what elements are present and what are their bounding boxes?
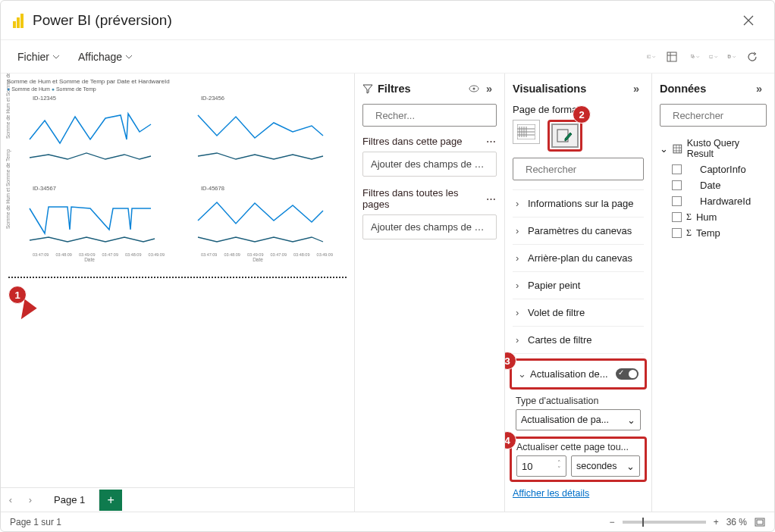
svg-rect-1 — [648, 55, 648, 57]
close-button[interactable] — [735, 7, 762, 34]
annotation-callout-4: 4 — [505, 431, 516, 449]
chart-facet: ID-45678 03:47:0903:48:0903:49:0903:47:0… — [175, 185, 340, 272]
accordion-canvas-settings[interactable]: ›Paramètres du canevas — [513, 217, 644, 245]
refresh-interval-input[interactable]: 10 ˄˅ — [516, 455, 566, 477]
share-button[interactable] — [709, 53, 718, 61]
refresh-type-select[interactable]: Actualisation de pa... ⌄ — [516, 409, 641, 430]
checkbox[interactable] — [672, 228, 682, 238]
app-title: Power BI (préversion) — [33, 12, 172, 29]
filters-search-input[interactable] — [375, 110, 503, 121]
title-bar: Power BI (préversion) — [1, 1, 774, 40]
svg-point-9 — [473, 88, 475, 90]
accordion-wallpaper[interactable]: ›Papier peint — [513, 272, 644, 299]
svg-rect-24 — [757, 520, 763, 524]
field-row[interactable]: HardwareId — [660, 193, 767, 209]
checkbox[interactable] — [672, 212, 682, 222]
menu-bar: Fichier Affichage — [1, 40, 774, 74]
tab-next-button[interactable]: › — [20, 490, 40, 511]
chart-facet: ID-34567 Somme de Hum et Somme de Temp 0… — [7, 185, 172, 272]
data-search-input[interactable] — [673, 110, 774, 121]
filters-all-dropzone[interactable]: Ajouter des champs de do... — [362, 214, 497, 239]
zoom-slider[interactable] — [623, 521, 706, 524]
table-icon — [673, 144, 682, 154]
chevron-down-icon — [125, 53, 133, 61]
field-row[interactable]: ΣTemp — [660, 225, 767, 241]
page-tab-1[interactable]: Page 1 — [40, 490, 99, 511]
filters-search[interactable] — [362, 104, 497, 127]
page-tabs: ‹ › Page 1 + — [1, 487, 354, 512]
zoom-out-button[interactable]: − — [610, 517, 615, 527]
chevron-down-icon: ⌄ — [518, 368, 526, 380]
annotation-callout-1: 1 — [8, 286, 27, 304]
chevron-down-icon: ⌄ — [660, 143, 668, 155]
chevron-down-icon — [52, 53, 60, 61]
canvas-empty[interactable]: 1 — [1, 278, 354, 487]
data-search[interactable] — [660, 104, 767, 127]
filters-collapse-button[interactable]: » — [482, 81, 497, 96]
zoom-in-button[interactable]: + — [714, 517, 719, 527]
show-details-link[interactable]: Afficher les détails — [513, 488, 644, 499]
data-collapse-button[interactable]: » — [751, 81, 767, 96]
accordion-page-refresh[interactable]: ⌄ Actualisation de... — [512, 361, 645, 387]
fit-to-page-button[interactable] — [755, 517, 765, 527]
accordion-page-info[interactable]: ›Informations sur la page — [513, 189, 644, 217]
data-button[interactable] — [662, 47, 682, 67]
content-area: Somme de Hum et Somme de Temp par Date e… — [1, 74, 774, 512]
filters-visibility-button[interactable] — [466, 81, 482, 96]
filters-section-all-label: Filtres dans toutes les pages — [362, 187, 486, 210]
refresh-interval-label: Actualiser cette page tou... — [516, 442, 640, 452]
file-menu-label: Fichier — [17, 51, 49, 63]
visualizations-title: Visualisations — [513, 83, 586, 95]
filters-title: Filtres — [378, 83, 411, 95]
report-canvas-column: Somme de Hum et Somme de Temp par Date e… — [1, 74, 354, 512]
add-page-button[interactable]: + — [99, 490, 122, 511]
fields-tree: ⌄ Kusto Query Result CaptorInfo Date Har… — [660, 136, 767, 241]
more-icon[interactable]: ⋯ — [486, 193, 497, 205]
format-page-tab[interactable] — [551, 124, 579, 148]
sigma-icon: Σ — [686, 227, 692, 239]
refresh-unit-select[interactable]: secondes ⌄ — [571, 455, 640, 477]
checkbox[interactable] — [672, 196, 682, 206]
field-row[interactable]: ΣHum — [660, 209, 767, 225]
field-row[interactable]: CaptorInfo — [660, 161, 767, 177]
accordion-filter-cards[interactable]: ›Cartes de filtre — [513, 327, 644, 354]
field-row[interactable]: Date — [660, 177, 767, 193]
checkbox[interactable] — [672, 164, 682, 174]
copy-button[interactable] — [727, 53, 736, 61]
chart-facet: ID-23456 — [175, 95, 340, 182]
report-area[interactable]: Somme de Hum et Somme de Temp par Date e… — [1, 74, 354, 278]
page-refresh-toggle[interactable] — [616, 368, 639, 380]
view-menu[interactable]: Affichage — [74, 48, 137, 66]
viz-collapse-button[interactable]: » — [629, 81, 644, 96]
layout-button[interactable] — [647, 53, 656, 61]
file-menu[interactable]: Fichier — [13, 48, 64, 66]
viz-search-input[interactable] — [526, 164, 651, 175]
refresh-type-label: Type d'actualisation — [516, 396, 641, 406]
data-panel: Données » ⌄ Kusto Query Result CaptorInf… — [651, 74, 774, 512]
chart-legend: ● Somme de Hum ● Somme de Temp — [7, 86, 348, 92]
more-icon[interactable]: ⋯ — [486, 136, 497, 147]
accordion-canvas-background[interactable]: ›Arrière-plan du canevas — [513, 245, 644, 272]
view-menu-label: Affichage — [78, 51, 122, 63]
viz-search[interactable] — [513, 158, 644, 180]
sigma-icon: Σ — [686, 211, 692, 223]
refresh-button[interactable] — [742, 47, 762, 67]
visualizations-panel: Visualisations » Page de format 2 — [504, 74, 651, 512]
publish-button[interactable] — [691, 53, 700, 61]
svg-rect-22 — [673, 145, 682, 153]
table-node[interactable]: ⌄ Kusto Query Result — [660, 136, 767, 161]
page-info: Page 1 sur 1 — [10, 517, 61, 527]
accordion-filter-pane[interactable]: ›Volet de filtre — [513, 299, 644, 327]
chevron-down-icon: ⌄ — [627, 415, 635, 426]
filters-page-dropzone[interactable]: Ajouter des champs de do... — [362, 152, 497, 177]
chart-facet: ID-12345 Somme de Hum et Somme de Temp — [7, 95, 172, 182]
toolbar-group — [639, 47, 762, 67]
data-title: Données — [660, 83, 706, 95]
checkbox[interactable] — [672, 180, 682, 190]
filters-section-page-label: Filtres dans cette page — [362, 136, 463, 147]
zoom-value: 36 % — [726, 517, 747, 527]
tab-prev-button[interactable]: ‹ — [1, 490, 20, 511]
build-visual-tab[interactable] — [513, 120, 540, 144]
stepper-icon[interactable]: ˄˅ — [557, 460, 561, 472]
powerbi-logo-icon — [13, 13, 25, 28]
